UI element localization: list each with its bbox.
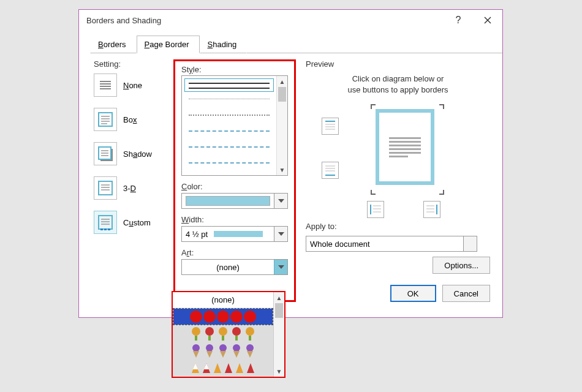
setting-none[interactable]: None [94,74,166,97]
tab-shading[interactable]: Shading [200,36,248,53]
crop-mark-br [438,189,444,195]
dropdown-caret-icon[interactable] [274,260,287,274]
svg-point-59 [233,344,240,352]
svg-point-49 [232,327,241,336]
dialog-content: Setting: None Box Shadow [79,53,502,302]
svg-point-57 [219,344,227,352]
width-combo[interactable]: 4 ½ pt [181,226,288,242]
svg-rect-20 [99,216,112,229]
svg-marker-60 [233,351,240,358]
svg-marker-66 [204,363,209,369]
border-left-button[interactable] [367,201,384,218]
dropdown-caret-icon[interactable] [463,236,477,251]
setting-shadow-icon [94,142,117,165]
preview-label: Preview [306,59,490,69]
svg-marker-67 [214,363,221,373]
tabs: Borders Page Border Shading [90,36,502,53]
art-dropdown[interactable]: ▲ ▼ (none) [172,291,285,378]
svg-rect-16 [99,181,112,195]
scroll-thumb[interactable] [278,87,286,102]
scroll-down-icon[interactable]: ▼ [274,366,284,377]
dialog-title: Borders and Shading [79,16,444,25]
style-option-dashed-1[interactable] [184,126,274,140]
scroll-up-icon[interactable]: ▲ [277,76,287,87]
close-icon [484,17,491,24]
preview-stage [306,103,490,213]
svg-marker-68 [225,363,232,373]
svg-rect-46 [208,336,211,341]
art-dropdown-scrollbar[interactable]: ▲ ▼ [273,292,284,377]
tab-page-border[interactable]: Page Border [137,36,200,53]
art-option-none[interactable]: (none) [173,292,273,308]
style-option-dotted-thin[interactable] [184,94,274,108]
dropdown-caret-icon[interactable] [274,227,287,241]
border-top-button[interactable] [322,118,339,135]
svg-point-47 [219,327,227,336]
titlebar: Borders and Shading ? [79,10,502,31]
width-label: Width: [181,215,288,224]
art-option-balloons[interactable] [173,325,273,342]
style-option-solid[interactable] [184,78,274,92]
color-combo[interactable] [181,193,288,209]
setting-shadow-label: Shadow [123,149,152,159]
close-button[interactable] [473,10,502,31]
style-listbox[interactable]: ▲ ▼ [181,75,288,176]
border-bottom-button[interactable] [322,162,339,179]
color-swatch [186,196,270,206]
applyto-label: Apply to: [306,222,490,231]
svg-marker-58 [220,351,226,358]
svg-point-51 [246,327,254,336]
crop-mark-bl [371,189,377,195]
applyto-value: Whole document [306,239,463,249]
setting-3d-icon [94,176,117,200]
svg-rect-50 [235,336,238,341]
tab-borders[interactable]: Borders [90,36,137,53]
style-label: Style: [181,65,288,74]
style-option-dotted[interactable] [184,110,274,124]
setting-3d-label: 3-D [123,184,136,193]
cancel-button[interactable]: Cancel [442,285,490,302]
art-label: Art: [181,248,288,257]
svg-rect-42 [436,205,437,214]
art-option-candycorn[interactable] [173,360,273,377]
svg-marker-70 [247,363,254,373]
width-swatch [214,231,263,237]
setting-shadow[interactable]: Shadow [94,142,166,165]
svg-point-55 [206,344,213,352]
borders-shading-dialog: Borders and Shading ? Borders Page Borde… [78,9,503,318]
art-value: (none) [216,263,240,272]
svg-point-61 [246,344,254,352]
style-option-dashed-2[interactable] [184,142,274,156]
highlight-box: Style: ▲ ▼ Color: [173,59,296,302]
art-option-icecream[interactable] [173,342,273,360]
options-button[interactable]: Options... [433,257,490,274]
color-label: Color: [181,182,288,191]
svg-point-43 [192,327,200,336]
scroll-down-icon[interactable]: ▼ [277,164,287,175]
applyto-combo[interactable]: Whole document [306,236,477,252]
svg-rect-52 [249,336,251,341]
svg-marker-69 [236,363,243,373]
help-button[interactable]: ? [444,10,473,31]
art-combo[interactable]: (none) [181,259,288,275]
setting-custom-label: Custom [123,218,151,227]
svg-rect-35 [370,205,371,214]
art-option-apples[interactable] [173,308,273,325]
preview-page[interactable] [376,109,434,185]
setting-none-icon [94,74,117,97]
dropdown-caret-icon[interactable] [274,194,287,208]
style-option-dashed-3[interactable] [184,158,274,172]
setting-box[interactable]: Box [94,108,166,131]
scroll-thumb[interactable] [275,303,283,318]
ok-button[interactable]: OK [390,285,436,302]
svg-rect-48 [222,336,224,341]
width-value: 4 ½ pt [186,230,208,239]
svg-rect-24 [100,228,103,230]
setting-none-label: None [123,81,142,90]
setting-3d[interactable]: 3-D [94,176,166,200]
border-right-button[interactable] [423,201,440,218]
style-scrollbar[interactable]: ▲ ▼ [276,76,287,175]
svg-point-45 [205,327,214,336]
scroll-up-icon[interactable]: ▲ [274,292,284,303]
setting-custom[interactable]: Custom [94,211,166,234]
